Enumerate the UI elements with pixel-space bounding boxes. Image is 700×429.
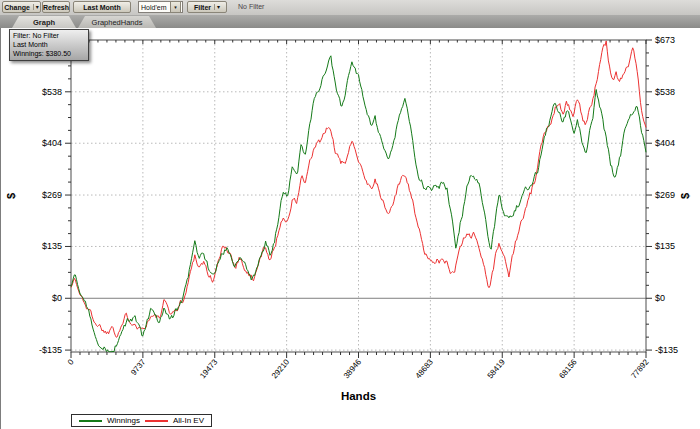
game-type-value: Hold'em [139, 4, 170, 11]
winnings-graph-panel: Filter: No Filter Last Month Winnings: $… [0, 28, 700, 429]
tab-graph[interactable]: Graph [12, 16, 76, 28]
dropdown-arrow-icon: ▾ [33, 4, 39, 10]
y-axis-label-left: $538 [42, 87, 62, 97]
info-filter-line: Filter: No Filter [13, 31, 86, 40]
tab-graphed-hands-label: GraphedHands [92, 18, 143, 27]
y-axis-title-left: $ [5, 193, 17, 199]
filter-button-label: Filter [194, 4, 211, 11]
last-month-button-label: Last Month [83, 4, 120, 11]
x-axis-label: 19473 [198, 357, 220, 380]
x-axis-title: Hands [341, 390, 376, 402]
refresh-button[interactable]: Refresh [42, 1, 70, 13]
tab-graph-label: Graph [33, 18, 55, 27]
graph-info-box: Filter: No Filter Last Month Winnings: $… [9, 29, 89, 61]
y-axis-label-right: -$135 [655, 345, 678, 355]
dropdown-arrow-icon: ▾ [214, 4, 220, 10]
winnings-chart: -$135-$135$0$0$135$135$269$269$404$404$5… [1, 28, 700, 429]
change-button-label: Change [4, 4, 30, 11]
y-axis-label-left: $404 [42, 138, 62, 148]
y-axis-label-left: $269 [42, 190, 62, 200]
x-axis-label: 9737 [129, 357, 148, 377]
y-axis-label-right: $269 [655, 190, 675, 200]
info-winnings-line: Winnings: $380.50 [13, 49, 86, 58]
y-axis-title-right: $ [679, 193, 691, 199]
y-axis-label-left: -$135 [39, 345, 62, 355]
x-axis-label: 68156 [557, 357, 579, 380]
dropdown-arrow-icon: ▾ [174, 4, 177, 10]
x-axis-label: 29210 [270, 357, 292, 380]
y-axis-label-left: $0 [52, 293, 62, 303]
combo-dropdown-button[interactable]: ▾ [170, 1, 181, 13]
x-axis-label: 77892 [629, 357, 651, 380]
allin-ev-legend-swatch [145, 420, 168, 422]
x-axis-label: 48683 [414, 357, 436, 380]
x-axis-label: 38946 [342, 357, 364, 380]
y-axis-label-left: $135 [42, 241, 62, 251]
chart-legend: Winnings All-In EV [71, 414, 212, 427]
game-type-select[interactable]: Hold'em ▾ [138, 1, 183, 13]
winnings-legend-label: Winnings [107, 416, 140, 425]
refresh-button-label: Refresh [43, 4, 69, 11]
y-axis-label-right: $404 [655, 138, 675, 148]
filter-status-text: No Filter [238, 3, 264, 10]
info-period-line: Last Month [13, 40, 86, 49]
x-axis-label: 58419 [486, 357, 508, 380]
y-axis-label-right: $135 [655, 241, 675, 251]
y-axis-label-right: $673 [655, 35, 675, 45]
x-axis-label: 0 [66, 357, 76, 367]
y-axis-label-right: $538 [655, 87, 675, 97]
winnings-legend-swatch [79, 420, 102, 422]
y-axis-label-right: $0 [655, 293, 665, 303]
allin-ev-legend-label: All-In EV [173, 416, 204, 425]
toolbar: Change ▾ Refresh Last Month Hold'em ▾ Fi… [0, 0, 700, 16]
tab-strip: Graph GraphedHands [0, 15, 700, 29]
filter-button[interactable]: Filter ▾ [187, 1, 227, 13]
change-button[interactable]: Change ▾ [2, 1, 41, 13]
last-month-button[interactable]: Last Month [73, 1, 131, 13]
tab-graphed-hands[interactable]: GraphedHands [78, 16, 156, 28]
